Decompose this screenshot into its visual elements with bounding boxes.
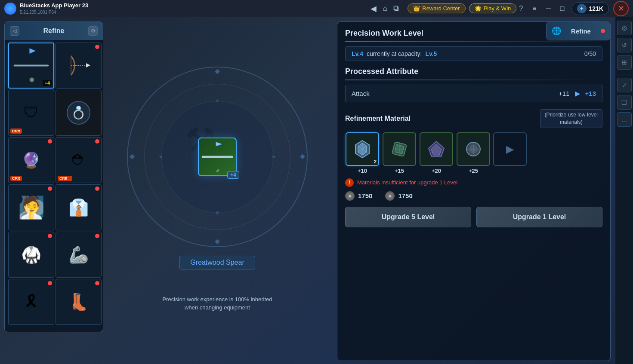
mat-shard-icon <box>353 140 372 159</box>
inherit-text: Precision work experience is 100% inheri… <box>162 295 272 312</box>
weapon-slot-center[interactable]: +4 <box>198 138 237 176</box>
svg-point-2 <box>29 77 35 83</box>
maximize-button[interactable]: □ <box>558 4 567 13</box>
close-button[interactable]: ✕ <box>613 1 629 16</box>
add-coins-button[interactable]: + <box>577 4 587 13</box>
svg-marker-7 <box>214 140 222 147</box>
minimize-button[interactable]: ─ <box>543 4 553 13</box>
sidebar-divider <box>618 74 631 74</box>
equip-slot-7[interactable]: 👔 <box>56 184 102 230</box>
equip-slot-0[interactable]: +4 <box>8 43 54 89</box>
coin-icon-1: ● <box>345 191 355 201</box>
equip-slot-2[interactable]: 🛡 CRIt <box>8 90 54 136</box>
coins-display: + 121K <box>571 2 609 15</box>
sidebar-btn-1[interactable]: ↺ <box>617 38 632 52</box>
svg-rect-8 <box>216 168 219 172</box>
weapon-level-badge: +4 <box>227 171 239 179</box>
weapon-circle: ▲ ▲ ▲ ▲ +4 <box>127 67 308 247</box>
svg-line-0 <box>15 49 48 83</box>
material-title: Refinement Material <box>345 115 411 122</box>
attack-row: Attack +11 ▶ +13 <box>345 85 602 102</box>
refine-side-panel: 🌐 Refine <box>546 21 611 40</box>
helm-icon: ⛑ <box>71 152 86 168</box>
cost-val-2: 1750 <box>398 192 412 199</box>
refine-side-header: 🌐 Refine <box>547 22 610 40</box>
refine-panel-left: ◁ Refine ⚙ +4 <box>4 21 103 332</box>
menu-button[interactable]: ≡ <box>530 4 539 13</box>
cost-row: ● 1750 ● 1750 <box>345 191 602 201</box>
reward-icon: 👑 <box>413 5 420 12</box>
coins-value: 121K <box>589 5 603 12</box>
panel-corner-right[interactable]: ⚙ <box>88 26 98 36</box>
warning-text: Materials insufficient for upgrade 1 Lev… <box>357 179 457 186</box>
mat-icon-3 <box>457 132 490 166</box>
sidebar-btn-4[interactable]: ❑ <box>617 95 632 110</box>
back-button[interactable]: ◀ <box>371 4 377 13</box>
chest-icon: 👔 <box>68 198 89 217</box>
refine-red-dot <box>601 29 605 33</box>
mat-label-1: +15 <box>395 168 404 174</box>
mat-item-1[interactable]: +15 <box>382 132 417 174</box>
left-panel-title: Refine <box>43 27 65 35</box>
equip-slot-10[interactable]: 🎗 <box>8 279 54 325</box>
ring-icon: 💍 <box>67 101 90 125</box>
title-bar: BlueStacks App Player 23 5.21.205.1001 P… <box>0 0 633 17</box>
attack-current: +11 <box>559 90 569 97</box>
play-win-label: Play & Win <box>484 5 511 12</box>
material-note: (Prioritize use low-levelmaterials) <box>540 109 602 128</box>
equip-slot-8[interactable]: 🥋 <box>8 232 54 278</box>
panel-corner-left[interactable]: ◁ <box>10 26 19 36</box>
mat-ore-icon <box>464 140 483 159</box>
character-icon: 🧖 <box>18 195 45 220</box>
equip-slot-3[interactable]: 💍 <box>56 90 102 136</box>
left-panel-header: ◁ Refine ⚙ <box>5 22 103 40</box>
sidebar-btn-0[interactable]: ◎ <box>617 21 632 35</box>
right-sidebar: ◎ ↺ ⊞ ⤢ ❑ … <box>615 17 633 364</box>
svg-marker-1 <box>27 47 35 55</box>
material-title-row: Refinement Material (Prioritize use low-… <box>345 109 602 128</box>
mat-item-2[interactable]: +20 <box>419 132 454 174</box>
equip-slot-11[interactable]: 👢 <box>56 279 102 325</box>
coin-icon-2: ● <box>385 191 395 201</box>
material-section: Refinement Material (Prioritize use low-… <box>345 109 602 227</box>
play-win-button[interactable]: 🌟 Play & Win <box>469 3 517 13</box>
processed-title: Processed Attribute <box>345 67 602 76</box>
home-button[interactable]: ⌂ <box>383 4 387 13</box>
sidebar-btn-5[interactable]: … <box>617 112 632 127</box>
mat-item-0[interactable]: 2 +10 <box>345 132 380 174</box>
belt-icon: 🎗 <box>23 293 40 311</box>
crit-badge-4: CRIt <box>10 176 22 181</box>
bow-icon <box>67 54 90 77</box>
equip-slot-9[interactable]: 🦾 <box>56 232 102 278</box>
equip-slot-4[interactable]: 🔮 CRIt <box>8 137 54 183</box>
cost-item-2: ● 1750 <box>385 191 412 201</box>
reward-center-button[interactable]: 👑 Reward Center <box>408 3 465 13</box>
armor-icon: 🛡 <box>24 104 39 122</box>
precision-row: Lv.4 currently at capacity: Lv.5 0/50 <box>345 46 602 61</box>
help-button[interactable]: ? <box>516 4 525 13</box>
accessory-icon: 🔮 <box>22 151 41 169</box>
warning-row: ! Materials insufficient for upgrade 1 L… <box>345 178 602 187</box>
multi-button[interactable]: ⧉ <box>393 4 399 13</box>
equip-badge-0: +4 <box>43 80 52 86</box>
nav-buttons: ◀ ⌂ ⧉ <box>371 4 399 13</box>
refine-globe-icon: 🌐 <box>552 26 561 36</box>
sidebar-btn-2[interactable]: ⊞ <box>617 55 632 70</box>
equip-slot-1[interactable] <box>56 43 102 89</box>
upgrade5-button[interactable]: Upgrade 5 Level <box>345 207 471 227</box>
cost-val-1: 1750 <box>358 192 372 199</box>
mat-label-0: +10 <box>358 168 367 174</box>
sidebar-btn-3[interactable]: ⤢ <box>617 78 632 92</box>
mat-label-3: +25 <box>469 168 478 174</box>
spear-icon <box>12 46 51 86</box>
gauntlet-icon: 🦾 <box>68 245 89 264</box>
upgrade1-button[interactable]: Upgrade 1 Level <box>476 207 602 227</box>
equip-slot-5[interactable]: ⛑ CRIt _ <box>56 137 102 183</box>
mat-item-3[interactable]: +25 <box>456 132 491 174</box>
equip-slot-6[interactable]: 🧖 <box>8 184 54 230</box>
precision-level: Lv.4 <box>352 50 363 57</box>
mat-icon-2 <box>420 132 453 166</box>
boot-icon: 👢 <box>68 293 89 312</box>
center-display: ▲ ▲ ▲ ▲ +4 Greatwood Spear Precision wor… <box>103 39 331 340</box>
crit-badge-5: CRIt _ <box>58 176 72 181</box>
